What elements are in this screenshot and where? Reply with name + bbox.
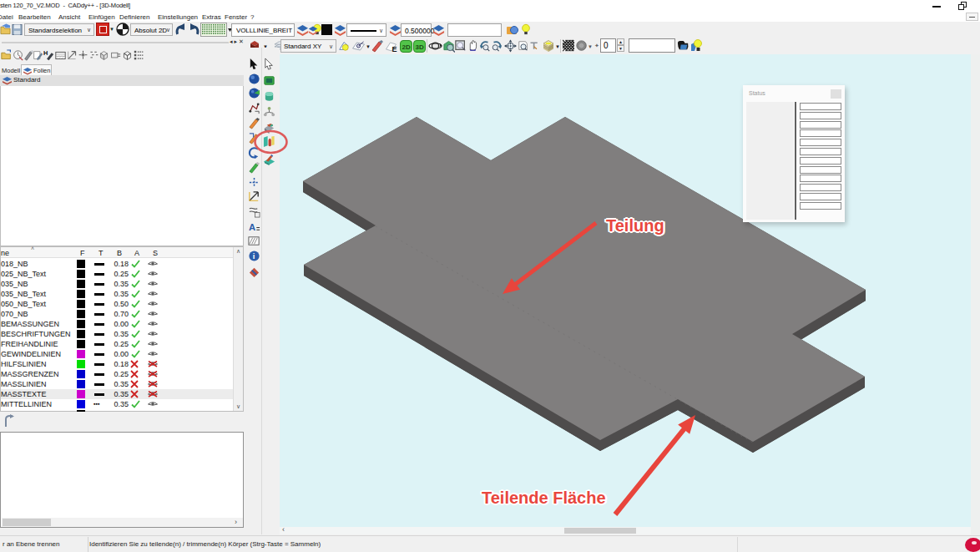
svg-text:i: i [253,252,255,261]
svg-text:E: E [392,45,397,53]
svg-text:H: H [43,49,48,57]
svg-text:A: A [249,222,255,232]
